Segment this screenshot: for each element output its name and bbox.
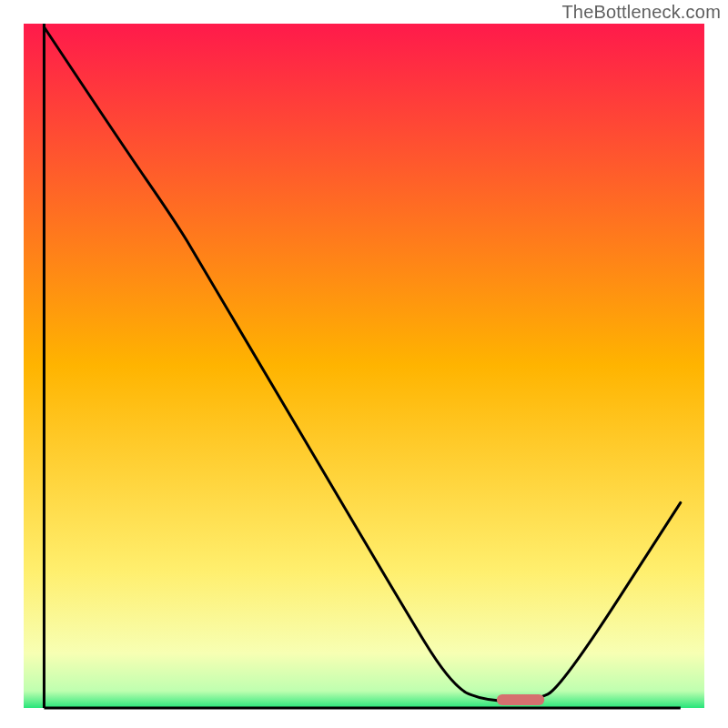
watermark-text: TheBottleneck.com: [561, 2, 721, 23]
bottleneck-chart: TheBottleneck.com: [0, 0, 728, 728]
chart-background: [24, 24, 704, 708]
optimal-marker: [497, 694, 544, 705]
chart-svg: [0, 0, 728, 728]
